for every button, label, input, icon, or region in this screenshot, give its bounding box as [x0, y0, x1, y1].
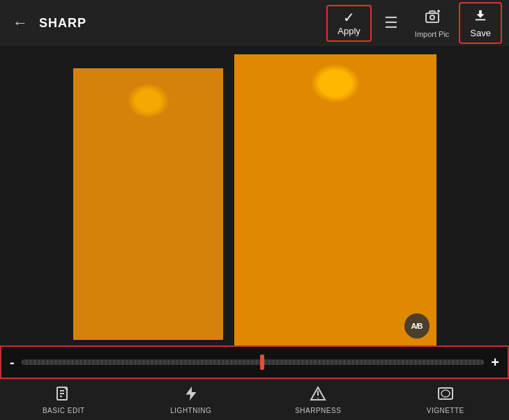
- sharpness-label: SHARPNESS: [295, 407, 341, 414]
- bottom-toolbar: BASIC EDIT LIGHTNING SHARPNESS VIGNETTE: [0, 379, 509, 420]
- after-image: [234, 54, 436, 345]
- svg-rect-0: [426, 13, 439, 22]
- slider-minus-button[interactable]: -: [10, 355, 15, 371]
- lightning-icon: [183, 385, 199, 405]
- lightning-label: LIGHTNING: [170, 407, 211, 414]
- save-label: Save: [470, 28, 491, 38]
- import-button[interactable]: Import Pic: [408, 4, 457, 42]
- slider-section: - +: [0, 345, 509, 379]
- menu-button[interactable]: ☰: [374, 8, 408, 38]
- svg-point-13: [441, 390, 450, 397]
- image-after: A/B: [234, 54, 436, 345]
- import-icon: [424, 8, 441, 29]
- sharpness-icon: [310, 385, 326, 405]
- ab-badge[interactable]: A/B: [404, 313, 430, 339]
- save-icon: [473, 8, 488, 26]
- basic-edit-icon: [55, 385, 72, 405]
- vignette-label: VIGNETTE: [427, 407, 464, 414]
- svg-point-1: [430, 15, 434, 20]
- basic-edit-label: BASIC EDIT: [43, 407, 85, 414]
- apply-button[interactable]: ✓ Apply: [326, 5, 372, 42]
- toolbar-item-basic-edit[interactable]: BASIC EDIT: [0, 380, 128, 420]
- import-label: Import Pic: [415, 30, 450, 38]
- toolbar-item-lightning[interactable]: LIGHTNING: [128, 380, 255, 420]
- vignette-icon: [437, 385, 454, 405]
- slider-thumb[interactable]: [260, 355, 264, 370]
- slider-plus-button[interactable]: +: [491, 355, 499, 371]
- svg-rect-4: [476, 20, 486, 21]
- back-button[interactable]: ←: [7, 8, 33, 38]
- slider-track[interactable]: [22, 354, 485, 371]
- check-icon: ✓: [343, 10, 355, 24]
- header: ← SHARP ✓ Apply ☰ Import Pic Save: [0, 0, 509, 46]
- toolbar-item-vignette[interactable]: VIGNETTE: [382, 380, 510, 420]
- image-before: [73, 68, 223, 340]
- before-image: [73, 68, 223, 340]
- apply-label: Apply: [337, 26, 360, 36]
- page-title: SHARP: [39, 16, 86, 31]
- main-content: A/B: [0, 46, 509, 345]
- save-button[interactable]: Save: [459, 2, 502, 44]
- toolbar-item-sharpness[interactable]: SHARPNESS: [254, 380, 382, 420]
